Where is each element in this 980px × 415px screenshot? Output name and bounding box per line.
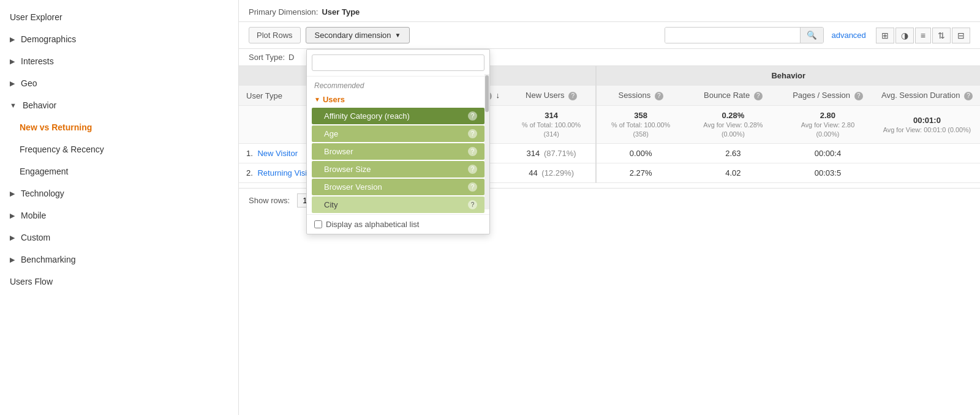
info-icon[interactable]: ? [468,147,477,156]
sidebar-item-label: Custom [21,233,50,242]
table-search-wrapper: 🔍 [665,27,824,43]
arrow-down-icon: ▼ [10,102,17,109]
dropdown-search-wrapper [307,50,489,77]
row-bounce-1: 0.00% [596,144,685,163]
new-visitor-link[interactable]: New Visitor [257,149,298,158]
grid-view-button[interactable]: ⊞ [876,28,894,43]
info-icon[interactable]: ? [655,92,663,100]
dropdown-search-input[interactable] [312,54,484,71]
totals-sessions2: 358 % of Total: 100.00% (358) [596,106,685,144]
col-header-bounce-rate[interactable]: Bounce Rate ? [685,86,782,106]
sidebar-item-users-flow[interactable]: Users Flow [0,271,238,293]
sidebar-item-label: New vs Returning [20,122,92,132]
info-icon[interactable]: ? [468,129,477,138]
plot-rows-button[interactable]: Plot Rows [249,27,301,43]
sidebar-item-label: Geo [21,78,37,88]
dropdown-section-label: Recommended [307,77,489,92]
info-icon[interactable]: ? [468,200,477,209]
dropdown-item-city[interactable]: City ? [312,196,484,213]
sidebar-item-benchmarking[interactable]: ▶ Benchmarking [0,249,238,271]
info-icon[interactable]: ? [754,92,763,100]
behavior-section-header: Behavior [596,66,980,86]
custom-view-button[interactable]: ⊟ [952,28,970,43]
chevron-down-icon: ▼ [395,32,401,39]
row-avg-duration-2: 00:03:5 [782,163,874,183]
info-icon[interactable]: ? [568,92,577,100]
info-icon[interactable]: ? [468,111,477,121]
arrow-right-icon: ▶ [10,58,15,65]
show-rows-label: Show rows: [249,196,290,205]
sort-type-value: D [288,53,294,62]
sidebar-item-user-explorer[interactable]: User Explorer [0,6,238,28]
arrow-right-icon: ▶ [10,234,15,242]
dropdown-item-label: Browser Size [324,165,371,174]
list-view-button[interactable]: ≡ [915,28,931,43]
col-header-sessions2[interactable]: Sessions ? [596,86,685,106]
dropdown-item-browser[interactable]: Browser ? [312,143,484,160]
secondary-dim-label: Secondary dimension [315,31,391,40]
sidebar-item-label: Frequency & Recency [20,144,104,154]
sidebar-item-label: Behavior [23,100,56,110]
dropdown-item-label: City [324,200,337,209]
sidebar-item-engagement[interactable]: Engagement [0,160,238,182]
row-new-users-1: 314 (87.71%) [507,144,597,163]
pivot-view-button[interactable]: ⇅ [932,28,951,43]
dropdown-item-age[interactable]: Age ? [312,125,484,142]
info-icon[interactable]: ? [964,92,973,100]
row-pages-1: 2.63 [685,144,782,163]
dropdown-item-affinity-category[interactable]: Affinity Category (reach) ? [312,108,484,124]
sidebar-item-demographics[interactable]: ▶ Demographics [0,28,238,50]
dropdown-item-label: Age [324,129,338,138]
sidebar-item-geo[interactable]: ▶ Geo [0,72,238,94]
info-icon[interactable]: ? [468,165,477,174]
sidebar-item-label: Technology [21,189,64,198]
pie-view-button[interactable]: ◑ [895,28,914,43]
arrow-right-icon: ▶ [10,36,15,43]
toolbar: Plot Rows Secondary dimension ▼ Recommen… [239,22,980,49]
dropdown-group-users[interactable]: ▼ Users [307,92,489,107]
table-search-input[interactable] [665,28,800,43]
col-header-avg-session-duration[interactable]: Avg. Session Duration ? [874,86,980,106]
sidebar-item-mobile[interactable]: ▶ Mobile [0,204,238,226]
arrow-right-icon: ▶ [10,256,15,264]
sidebar-item-label: Benchmarking [21,255,76,264]
sidebar: User Explorer ▶ Demographics ▶ Interests… [0,0,239,415]
search-button[interactable]: 🔍 [800,28,823,43]
sidebar-item-new-vs-returning[interactable]: New vs Returning [0,116,238,138]
secondary-dimension-dropdown: Recommended ▼ Users Affinity Category (r… [306,49,490,234]
view-icons-group: ⊞ ◑ ≡ ⇅ ⊟ [876,28,970,43]
dropdown-footer: Display as alphabetical list [307,214,489,234]
col-header-new-users[interactable]: New Users ? [507,86,597,106]
sidebar-item-label: Interests [21,56,54,66]
totals-pages-session: 2.80 Avg for View: 2.80 (0.00%) [782,106,874,144]
dropdown-item-browser-version[interactable]: Browser Version ? [312,179,484,195]
info-icon[interactable]: ? [468,182,477,192]
sidebar-item-behavior[interactable]: ▼ Behavior [0,94,238,116]
primary-dim-label: Primary Dimension: [249,7,318,17]
info-icon[interactable]: ? [854,92,863,100]
row-pages-2: 4.02 [685,163,782,183]
row-avg-duration-1: 00:00:4 [782,144,874,163]
sidebar-item-frequency-recency[interactable]: Frequency & Recency [0,138,238,160]
sidebar-item-label: User Explorer [10,12,62,22]
sidebar-item-custom[interactable]: ▶ Custom [0,226,238,249]
row-bounce-2: 2.27% [596,163,685,183]
advanced-link[interactable]: advanced [831,31,865,40]
secondary-dimension-button[interactable]: Secondary dimension ▼ [306,27,410,43]
alphabetical-list-label[interactable]: Display as alphabetical list [326,220,419,229]
alphabetical-list-checkbox[interactable] [314,220,322,228]
sidebar-item-label: Mobile [21,211,46,220]
totals-new-users: 314 % of Total: 100.00% (314) [507,106,597,144]
sidebar-item-technology[interactable]: ▶ Technology [0,182,238,204]
arrow-right-icon: ▶ [10,212,15,220]
dropdown-scrollbar[interactable] [484,74,489,209]
sidebar-item-interests[interactable]: ▶ Interests [0,50,238,72]
primary-dim-value: User Type [322,7,360,17]
scrollbar-thumb [485,75,489,112]
sort-type-label: Sort Type: [249,53,285,62]
sidebar-item-label: Users Flow [10,277,53,286]
col-header-pages-session[interactable]: Pages / Session ? [782,86,874,106]
dropdown-item-browser-size[interactable]: Browser Size ? [312,161,484,178]
sort-arrow-icon: ↓ [496,91,500,100]
row-extra-1 [874,144,980,163]
